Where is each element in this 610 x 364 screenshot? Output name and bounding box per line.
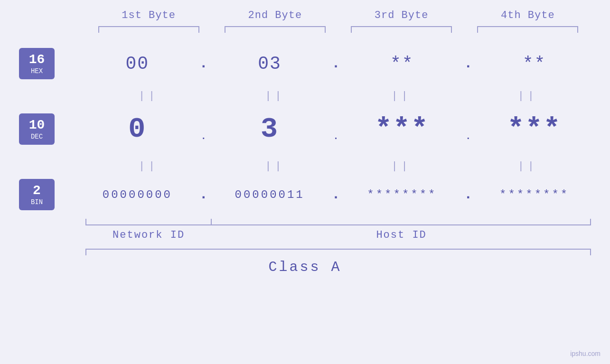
bin-base: BIN: [26, 198, 48, 206]
bracket-cell-4: [465, 26, 591, 33]
byte-header-4: 4th Byte: [465, 9, 591, 21]
byte-header-2: 2nd Byte: [212, 9, 338, 21]
bracket-cell-3: [338, 26, 465, 33]
bin-val-1: 00000000: [81, 188, 194, 201]
top-bracket-2: [225, 26, 326, 33]
network-id-label: Network ID: [85, 229, 212, 241]
dec-val-2: 3: [213, 113, 327, 145]
host-id-label: Host ID: [212, 229, 591, 241]
dec-val-1: 0: [81, 113, 194, 145]
hex-val-4: **: [478, 54, 591, 74]
bin-dot-3: .: [459, 187, 478, 203]
eq-1-4: ||: [465, 90, 591, 102]
class-label: Class A: [19, 259, 591, 275]
dec-badge: 10 DEC: [19, 113, 55, 145]
top-brackets: [85, 26, 591, 33]
hex-dot-1: .: [194, 56, 213, 72]
byte-header-3: 3rd Byte: [338, 9, 465, 21]
dec-dot-1: .: [194, 117, 213, 142]
dec-val-3: ***: [346, 113, 459, 145]
bin-values-row: 00000000 . 00000011 . ******** . *******…: [81, 187, 591, 203]
top-bracket-3: [351, 26, 452, 33]
hex-dot-3: .: [459, 56, 478, 72]
main-container: 1st Byte 2nd Byte 3rd Byte 4th Byte 16 H…: [0, 0, 610, 364]
eq-2-2: ||: [212, 160, 338, 172]
dec-dot-3: .: [459, 117, 478, 142]
byte-headers: 1st Byte 2nd Byte 3rd Byte 4th Byte: [85, 9, 591, 21]
bin-row: 2 BIN 00000000 . 00000011 . ******** . *…: [19, 173, 591, 216]
dec-num: 10: [26, 117, 48, 133]
bin-val-3: ********: [346, 188, 459, 201]
hex-values-row: 00 . 03 . ** . **: [81, 54, 591, 74]
equals-row-2: || || || ||: [85, 159, 591, 173]
hex-val-3: **: [346, 54, 459, 74]
watermark: ipshu.com: [570, 350, 601, 357]
dec-dot-2: .: [327, 117, 346, 142]
bin-label-container: 2 BIN: [19, 179, 81, 210]
id-labels: Network ID Host ID: [85, 229, 591, 241]
class-bracket: [85, 249, 591, 255]
hex-row: 16 HEX 00 . 03 . ** . **: [19, 42, 591, 85]
eq-2-4: ||: [465, 160, 591, 172]
top-bracket-1: [98, 26, 199, 33]
eq-1-1: ||: [85, 90, 212, 102]
eq-2-1: ||: [85, 160, 212, 172]
bottom-brackets-container: [85, 219, 591, 225]
eq-2-3: ||: [338, 160, 465, 172]
hex-num: 16: [26, 52, 48, 68]
host-id-bracket: [212, 219, 591, 225]
bin-dot-2: .: [327, 187, 346, 203]
byte-header-1: 1st Byte: [85, 9, 212, 21]
bin-val-4: ********: [478, 188, 591, 201]
hex-label-container: 16 HEX: [19, 48, 81, 79]
bin-val-2: 00000011: [213, 188, 327, 201]
hex-base: HEX: [26, 67, 48, 75]
hex-val-1: 00: [81, 54, 194, 74]
bin-badge: 2 BIN: [19, 179, 55, 210]
hex-val-2: 03: [213, 54, 327, 74]
dec-val-4: ***: [478, 113, 591, 145]
eq-1-3: ||: [338, 90, 465, 102]
bracket-cell-1: [85, 26, 212, 33]
hex-badge: 16 HEX: [19, 48, 55, 79]
dec-row: 10 DEC 0 . 3 . *** . ***: [19, 103, 591, 155]
eq-1-2: ||: [212, 90, 338, 102]
equals-row-1: || || || ||: [85, 89, 591, 103]
bracket-cell-2: [212, 26, 338, 33]
dec-values-row: 0 . 3 . *** . ***: [81, 113, 591, 145]
bin-num: 2: [26, 183, 48, 199]
network-id-bracket: [85, 219, 212, 225]
hex-dot-2: .: [327, 56, 346, 72]
top-bracket-4: [477, 26, 578, 33]
bin-dot-1: .: [194, 187, 213, 203]
dec-label-container: 10 DEC: [19, 113, 81, 145]
dec-base: DEC: [26, 133, 48, 141]
